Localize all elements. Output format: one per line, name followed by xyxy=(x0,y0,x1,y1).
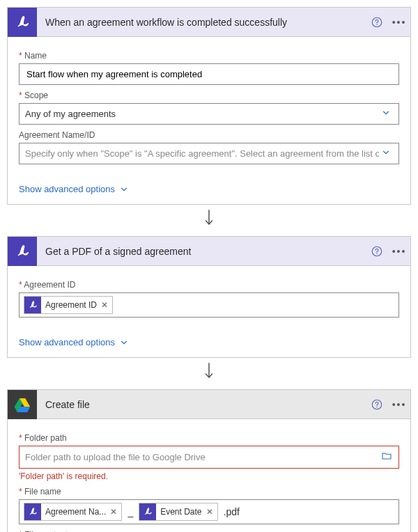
chevron-down-icon[interactable] xyxy=(379,148,393,159)
folder-path-error: 'Folder path' is required. xyxy=(19,471,399,481)
token-remove-icon[interactable]: ✕ xyxy=(110,507,117,517)
agreement-id-input[interactable]: Agreement ID ✕ xyxy=(19,292,399,318)
folder-picker-icon[interactable] xyxy=(380,451,393,464)
adobe-sign-icon xyxy=(8,237,37,266)
token-agreement-name[interactable]: Agreement Na... ✕ xyxy=(24,503,122,521)
filename-separator: _ xyxy=(125,506,136,517)
flow-arrow xyxy=(7,205,411,236)
show-advanced-link[interactable]: Show advanced options xyxy=(8,327,410,357)
show-advanced-link[interactable]: Show advanced options xyxy=(8,174,410,204)
flow-arrow xyxy=(7,358,411,389)
file-name-label: File name xyxy=(19,487,399,496)
step-header[interactable]: When an agreement workflow is completed … xyxy=(8,8,410,37)
step-title: Create file xyxy=(37,399,366,410)
adobe-sign-icon xyxy=(8,8,37,37)
step-body: Name Scope Any of my agreements Agreemen… xyxy=(8,37,410,174)
folder-path-input[interactable]: Folder path to upload the file to Google… xyxy=(19,446,399,469)
step-title: When an agreement workflow is completed … xyxy=(37,17,366,28)
step-getpdf-card: Get a PDF of a signed agreement ••• Agre… xyxy=(7,236,411,358)
name-label: Name xyxy=(19,51,399,61)
step-title: Get a PDF of a signed agreement xyxy=(37,246,366,257)
scope-select[interactable]: Any of my agreements xyxy=(19,103,399,125)
adobe-sign-icon xyxy=(24,503,41,520)
help-icon[interactable] xyxy=(366,8,388,37)
more-button[interactable]: ••• xyxy=(388,8,410,37)
chevron-down-icon xyxy=(119,185,129,194)
agreement-id-select[interactable]: Specify only when "Scope" is "A specific… xyxy=(19,143,399,164)
adobe-sign-icon xyxy=(24,297,41,313)
scope-label: Scope xyxy=(19,91,399,100)
token-remove-icon[interactable]: ✕ xyxy=(206,507,213,517)
agreement-id-label: Agreement Name/ID xyxy=(19,130,399,140)
folder-path-label: Folder path xyxy=(19,433,399,443)
file-name-input[interactable]: Agreement Na... ✕ _ Event Date ✕ .pdf xyxy=(19,499,399,524)
step-body: Agreement ID Agreement ID ✕ xyxy=(8,266,410,327)
google-drive-icon xyxy=(8,390,37,419)
help-icon[interactable] xyxy=(366,390,388,419)
adobe-sign-icon xyxy=(139,503,156,520)
name-input[interactable] xyxy=(19,63,399,85)
step-header[interactable]: Get a PDF of a signed agreement ••• xyxy=(8,237,410,266)
step-body: Folder path Folder path to upload the fi… xyxy=(8,419,410,532)
chevron-down-icon[interactable] xyxy=(379,108,393,120)
token-event-date[interactable]: Event Date ✕ xyxy=(139,503,217,521)
step-header[interactable]: Create file ••• xyxy=(8,390,410,419)
more-button[interactable]: ••• xyxy=(388,237,410,266)
filename-suffix: .pdf xyxy=(221,506,242,517)
agreement-id-label: Agreement ID xyxy=(19,280,399,290)
more-button[interactable]: ••• xyxy=(388,390,410,419)
help-icon[interactable] xyxy=(366,237,388,266)
step-trigger-card: When an agreement workflow is completed … xyxy=(7,7,411,205)
token-remove-icon[interactable]: ✕ xyxy=(101,300,108,310)
token-agreement-id[interactable]: Agreement ID ✕ xyxy=(24,296,113,314)
chevron-down-icon xyxy=(119,338,129,347)
step-createfile-card: Create file ••• Folder path Folder path … xyxy=(7,389,411,532)
